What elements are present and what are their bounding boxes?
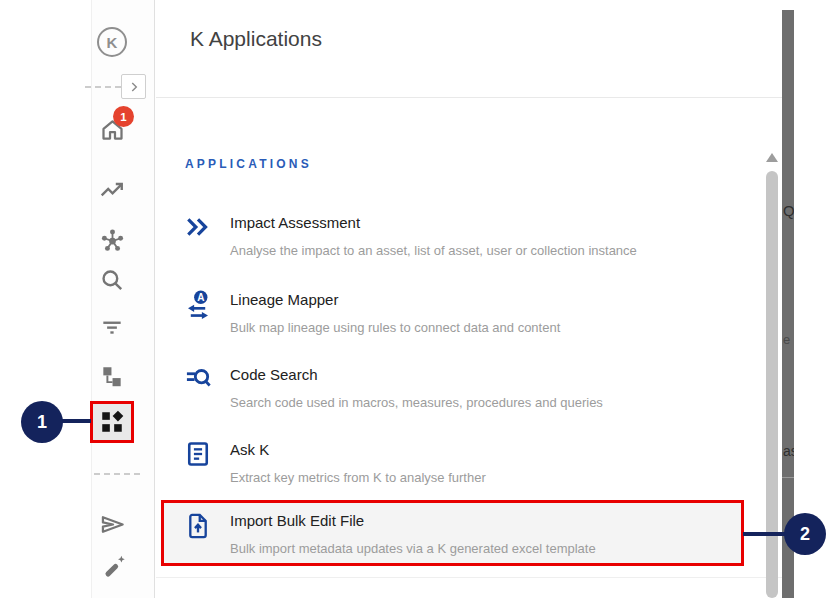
data-structure-icon [99, 364, 125, 390]
app-title: Lineage Mapper [230, 290, 560, 310]
search-nav-button[interactable] [98, 266, 126, 294]
background-text-fragment: e [783, 332, 790, 347]
app-description: Bulk map lineage using rules to connect … [230, 320, 560, 335]
search-icon [99, 267, 125, 293]
app-description: Extract key metrics from K to analyse fu… [230, 470, 486, 485]
background-text-fragment: as [783, 443, 794, 459]
trending-chart-icon [99, 177, 125, 203]
lineage-mapper-icon: A [183, 285, 213, 319]
background-divider-fragment [782, 477, 794, 478]
sidebar-top-dashed-line [85, 86, 121, 88]
app-row-impact-assessment[interactable]: Impact Assessment Analyse the impact to … [183, 208, 637, 258]
app-title: Code Search [230, 365, 603, 385]
app-row-import-bulk-edit-file[interactable]: Import Bulk Edit File Bulk import metada… [183, 506, 596, 556]
app-row-code-search[interactable]: Code Search Search code used in macros, … [183, 360, 603, 410]
app-description: Analyse the impact to an asset, list of … [230, 243, 637, 258]
home-notification-badge: 1 [113, 106, 134, 127]
annotation-line-2 [743, 532, 786, 536]
sidebar-bottom-dashed-separator [94, 473, 140, 475]
annotation-red-box-1 [90, 401, 134, 443]
k-logo: K [97, 27, 127, 57]
page-title: K Applications [190, 27, 322, 51]
screenshot-canvas: K 1 [0, 0, 826, 598]
annotation-step-1-marker: 1 [21, 401, 63, 443]
code-search-icon [183, 360, 213, 394]
filter-icon [99, 313, 125, 339]
app-description: Search code used in macros, measures, pr… [230, 395, 603, 410]
file-upload-icon [183, 506, 213, 540]
annotation-line-1 [61, 419, 91, 423]
scrollbar-up-arrow[interactable] [766, 153, 778, 162]
trending-nav-button[interactable] [98, 176, 126, 204]
app-title: Ask K [230, 440, 486, 460]
app-title: Import Bulk Edit File [230, 511, 596, 531]
list-bottom-divider [156, 577, 782, 578]
badge-count: 1 [120, 111, 126, 123]
magic-wand-nav-button[interactable] [99, 552, 127, 580]
share-nav-button[interactable] [98, 510, 126, 538]
app-description: Bulk import metadata updates via a K gen… [230, 541, 596, 556]
data-structure-nav-button[interactable] [98, 363, 126, 391]
k-logo-letter: K [107, 34, 118, 51]
ask-k-document-icon [183, 435, 213, 469]
expand-panel-button[interactable] [121, 74, 146, 99]
lineage-letter: A [197, 292, 204, 303]
annotation-number: 1 [37, 412, 47, 433]
header-divider [156, 97, 782, 98]
filter-nav-button[interactable] [98, 312, 126, 340]
annotation-number: 2 [800, 524, 810, 545]
applications-section-label: APPLICATIONS [185, 157, 312, 171]
double-chevron-right-icon [183, 208, 213, 242]
app-row-lineage-mapper[interactable]: A Lineage Mapper Bulk map lineage using … [183, 285, 560, 335]
network-hub-nav-button[interactable] [98, 226, 126, 254]
app-title: Impact Assessment [230, 213, 637, 233]
background-text-fragment: QU [783, 202, 794, 219]
magic-wand-icon [100, 553, 127, 580]
dimmed-background-strip: QU e as [782, 10, 794, 598]
chevron-right-icon [127, 80, 141, 94]
share-send-icon [99, 511, 126, 538]
app-row-ask-k[interactable]: Ask K Extract key metrics from K to anal… [183, 435, 486, 485]
annotation-step-2-marker: 2 [784, 513, 826, 555]
network-hub-icon [99, 227, 126, 254]
